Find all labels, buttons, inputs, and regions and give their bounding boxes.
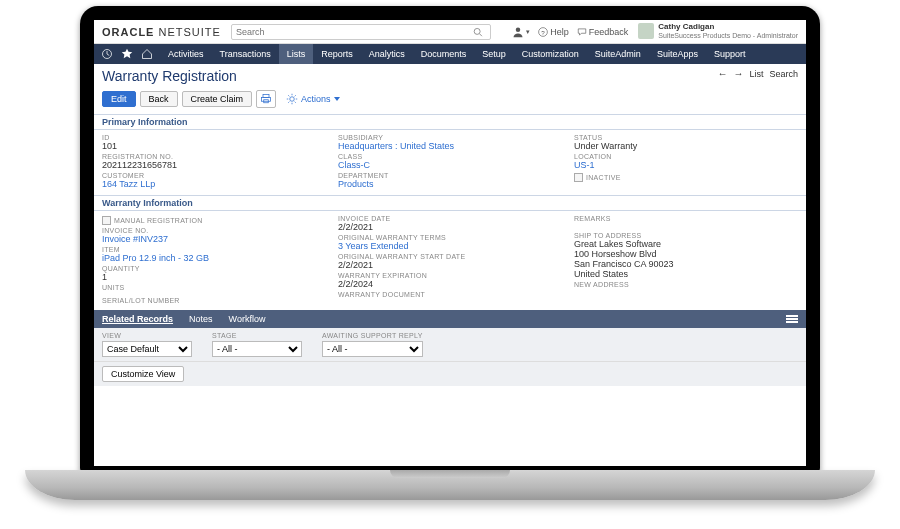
star-icon[interactable]	[120, 47, 134, 61]
ship-to-label: SHIP TO ADDRESS	[574, 232, 798, 239]
svg-line-1	[480, 33, 482, 35]
section-primary: Primary Information	[94, 114, 806, 130]
units-label: UNITS	[102, 284, 326, 291]
invoice-date-label: INVOICE DATE	[338, 215, 562, 222]
logo-thin: NETSUITE	[154, 26, 220, 38]
actions-menu[interactable]: Actions	[286, 93, 340, 105]
subsidiary-value[interactable]: Headquarters : United States	[338, 141, 562, 151]
filter-row: VIEW Case Default STAGE - All - AWAITING…	[94, 328, 806, 362]
warranty-fields: MANUAL REGISTRATION INVOICE NO.Invoice #…	[94, 211, 806, 310]
serial-label: SERIAL/LOT NUMBER	[102, 297, 326, 304]
customize-row: Customize View	[94, 362, 806, 386]
invoice-no-value[interactable]: Invoice #INV237	[102, 234, 326, 244]
location-value[interactable]: US-1	[574, 160, 798, 170]
svg-point-2	[516, 27, 521, 32]
prev-record-icon[interactable]: ←	[717, 68, 727, 79]
user-name: Cathy Cadigan	[658, 23, 798, 32]
warranty-exp-value: 2/2/2024	[338, 279, 562, 289]
home-icon[interactable]	[140, 47, 154, 61]
reply-filter-select[interactable]: - All -	[322, 341, 423, 357]
chevron-down-icon	[334, 97, 340, 101]
nav-transactions[interactable]: Transactions	[212, 44, 279, 64]
nav-lists[interactable]: Lists	[279, 44, 314, 64]
search-link[interactable]: Search	[769, 69, 798, 79]
manual-reg-checkbox[interactable]	[102, 216, 111, 225]
nav-reports[interactable]: Reports	[313, 44, 361, 64]
id-label: ID	[102, 134, 326, 141]
role-switcher[interactable]: ▾	[512, 26, 530, 38]
subtabs-bar: Related Records Notes Workflow	[94, 310, 806, 328]
nav-setup[interactable]: Setup	[474, 44, 514, 64]
department-value[interactable]: Products	[338, 179, 562, 189]
quantity-label: QUANTITY	[102, 265, 326, 272]
ship-line-1: Great Lakes Software	[574, 239, 798, 249]
stage-filter-select[interactable]: - All -	[212, 341, 302, 357]
nav-suiteapps[interactable]: SuiteApps	[649, 44, 706, 64]
help-label: Help	[550, 27, 569, 37]
help-icon: ?	[538, 27, 548, 37]
reply-filter-label: AWAITING SUPPORT REPLY	[322, 332, 423, 339]
svg-rect-6	[263, 95, 269, 98]
subtab-menu-icon[interactable]	[786, 315, 798, 323]
toolbar: Edit Back Create Claim Actions	[94, 88, 806, 114]
next-record-icon[interactable]: →	[733, 68, 743, 79]
class-label: CLASS	[338, 153, 562, 160]
manual-reg-label: MANUAL REGISTRATION	[114, 217, 203, 224]
remarks-label: REMARKS	[574, 215, 798, 222]
feedback-link[interactable]: Feedback	[577, 27, 629, 37]
user-menu[interactable]: Cathy Cadigan SuiteSuccess Products Demo…	[638, 23, 798, 39]
warranty-start-label: ORIGINAL WARRANTY START DATE	[338, 253, 562, 260]
global-search[interactable]	[231, 24, 491, 40]
customize-view-button[interactable]: Customize View	[102, 366, 184, 382]
feedback-icon	[577, 27, 587, 37]
nav-documents[interactable]: Documents	[413, 44, 475, 64]
back-button[interactable]: Back	[140, 91, 178, 107]
warranty-exp-label: WARRANTY EXPIRATION	[338, 272, 562, 279]
item-value[interactable]: iPad Pro 12.9 inch - 32 GB	[102, 253, 326, 263]
feedback-label: Feedback	[589, 27, 629, 37]
reg-label: REGISTRATION NO.	[102, 153, 326, 160]
item-label: ITEM	[102, 246, 326, 253]
department-label: DEPARTMENT	[338, 172, 562, 179]
edit-button[interactable]: Edit	[102, 91, 136, 107]
tab-workflow[interactable]: Workflow	[229, 314, 266, 324]
person-icon	[512, 26, 524, 38]
class-value[interactable]: Class-C	[338, 160, 562, 170]
subsidiary-label: SUBSIDIARY	[338, 134, 562, 141]
warranty-start-value: 2/2/2021	[338, 260, 562, 270]
view-filter-label: VIEW	[102, 332, 192, 339]
print-button[interactable]	[256, 90, 276, 108]
customer-value[interactable]: 164 Tazz LLp	[102, 179, 326, 189]
location-label: LOCATION	[574, 153, 798, 160]
print-icon	[260, 93, 272, 105]
inactive-label: INACTIVE	[586, 174, 621, 181]
tab-related-records[interactable]: Related Records	[102, 314, 173, 324]
warranty-doc-label: WARRANTY DOCUMENT	[338, 291, 562, 298]
reg-value: 202112231656781	[102, 160, 326, 170]
status-label: STATUS	[574, 134, 798, 141]
svg-point-0	[475, 28, 481, 34]
section-warranty: Warranty Information	[94, 195, 806, 211]
view-filter-select[interactable]: Case Default	[102, 341, 192, 357]
nav-activities[interactable]: Activities	[160, 44, 212, 64]
warranty-terms-value[interactable]: 3 Years Extended	[338, 241, 562, 251]
main-nav: Activities Transactions Lists Reports An…	[94, 44, 806, 64]
laptop-base	[25, 470, 875, 500]
status-value: Under Warranty	[574, 141, 798, 151]
create-claim-button[interactable]: Create Claim	[182, 91, 253, 107]
search-icon	[473, 27, 483, 37]
page-title: Warranty Registration	[102, 68, 237, 84]
list-link[interactable]: List	[749, 69, 763, 79]
primary-fields: ID101 REGISTRATION NO.202112231656781 CU…	[94, 130, 806, 195]
nav-customization[interactable]: Customization	[514, 44, 587, 64]
inactive-checkbox[interactable]	[574, 173, 583, 182]
nav-analytics[interactable]: Analytics	[361, 44, 413, 64]
recent-icon[interactable]	[100, 47, 114, 61]
invoice-date-value: 2/2/2021	[338, 222, 562, 232]
tab-notes[interactable]: Notes	[189, 314, 213, 324]
search-input[interactable]	[236, 27, 474, 37]
user-role: SuiteSuccess Products Demo - Administrat…	[658, 32, 798, 40]
help-link[interactable]: ? Help	[538, 27, 569, 37]
nav-support[interactable]: Support	[706, 44, 754, 64]
nav-suiteadmin[interactable]: SuiteAdmin	[587, 44, 649, 64]
